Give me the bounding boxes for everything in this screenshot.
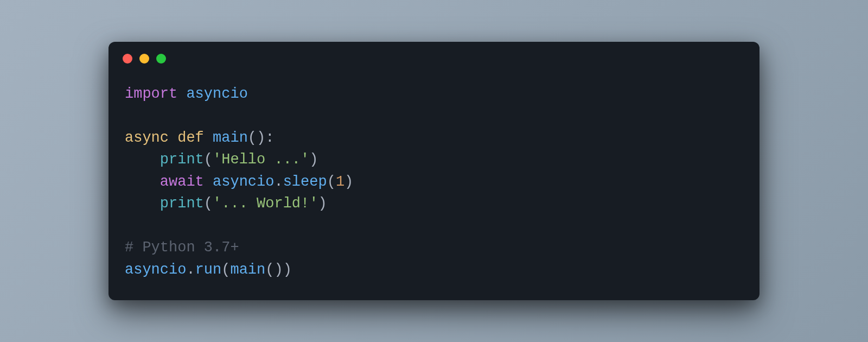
keyword-await: await (160, 174, 204, 190)
punctuation: () (265, 262, 283, 278)
indent (125, 151, 160, 168)
punctuation: ( (327, 174, 336, 190)
code-line-7 (125, 215, 743, 237)
punctuation: ( (204, 195, 213, 212)
function-arg: main (230, 262, 265, 278)
punctuation: ) (318, 195, 327, 212)
close-icon[interactable] (123, 54, 132, 64)
builtin-print: print (160, 195, 204, 212)
code-line-5: await asyncio.sleep(1) (125, 171, 743, 193)
comment: # Python 3.7+ (125, 239, 239, 256)
punctuation: ) (283, 262, 292, 278)
code-line-8: # Python 3.7+ (125, 237, 743, 259)
code-line-3: async def main(): (125, 127, 743, 149)
punctuation: ) (344, 174, 353, 190)
builtin-print: print (160, 151, 204, 168)
module-name: asyncio (186, 86, 247, 102)
title-bar (108, 42, 760, 64)
string-literal: '... World!' (213, 195, 318, 212)
module-name: asyncio (213, 174, 274, 190)
punctuation: ( (204, 151, 213, 168)
keyword-async: async (125, 130, 169, 146)
function-name: main (213, 130, 248, 146)
method-name: run (195, 262, 222, 278)
number-literal: 1 (336, 174, 344, 190)
keyword-import: import (125, 86, 177, 102)
string-literal: 'Hello ...' (213, 151, 309, 168)
punctuation: (): (248, 130, 275, 146)
code-content: import asyncio async def main(): print('… (108, 64, 760, 301)
punctuation: . (186, 262, 195, 278)
code-line-4: print('Hello ...') (125, 149, 743, 171)
punctuation: ) (309, 151, 318, 168)
punctuation: . (274, 174, 283, 190)
code-line-1: import asyncio (125, 83, 743, 105)
module-name: asyncio (125, 262, 186, 278)
code-line-6: print('... World!') (125, 193, 743, 215)
method-name: sleep (283, 174, 327, 190)
code-line-2 (125, 105, 743, 127)
punctuation: ( (221, 262, 230, 278)
code-line-9: asyncio.run(main()) (125, 259, 743, 281)
minimize-icon[interactable] (139, 54, 149, 64)
indent (125, 195, 160, 212)
maximize-icon[interactable] (156, 54, 166, 64)
keyword-def: def (177, 130, 204, 146)
indent (125, 174, 160, 190)
code-window: import asyncio async def main(): print('… (108, 42, 760, 301)
